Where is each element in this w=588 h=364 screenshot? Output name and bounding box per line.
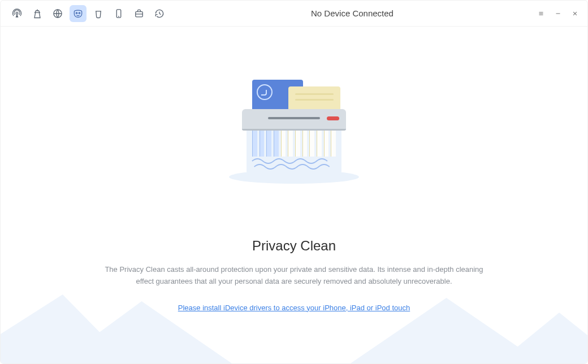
titlebar: No Device Connected [1,1,587,27]
page-title: Privacy Clean [252,238,336,254]
menu-icon[interactable] [537,9,546,18]
privacy-mask-icon[interactable] [70,5,87,22]
connection-status: No Device Connected [168,8,537,18]
shredder-illustration [232,76,356,184]
background-decoration [1,290,587,363]
nav-tabs [8,5,168,22]
window-controls [537,9,580,18]
phone-icon[interactable] [110,5,127,22]
speedup-icon[interactable] [29,5,46,22]
install-drivers-link[interactable]: Please install iDevice drivers to access… [178,304,410,312]
minimize-button[interactable] [554,9,563,18]
page-description: The Privacy Clean casts all-around prote… [96,264,492,288]
globe-icon[interactable] [49,5,66,22]
svg-point-2 [76,12,77,14]
airdrop-icon[interactable] [8,5,25,22]
svg-point-3 [79,12,80,14]
briefcase-icon[interactable] [131,5,148,22]
svg-point-0 [16,12,18,14]
app-window: No Device Connected [0,0,588,364]
main-content: Privacy Clean The Privacy Clean casts al… [1,27,587,363]
history-icon[interactable] [151,5,168,22]
trash-icon[interactable] [90,5,107,22]
close-button[interactable] [570,9,580,18]
